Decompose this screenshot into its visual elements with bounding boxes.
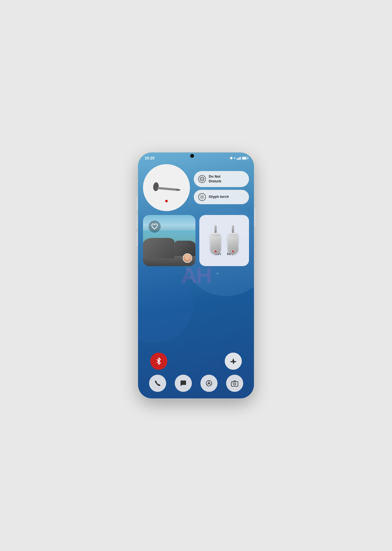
svg-point-20 (234, 383, 236, 385)
bluetooth-status-icon: ✱ (230, 156, 233, 160)
phone-app-button[interactable] (149, 375, 166, 392)
minus-circle-icon (200, 177, 204, 181)
widget-row-top: Do Not Disturb (143, 164, 249, 211)
status-bar: 10:20 ✱ ▾ (138, 153, 254, 161)
quick-toggles-row (145, 353, 247, 370)
bluetooth-icon (155, 357, 163, 365)
svg-line-12 (203, 195, 204, 196)
messages-app-button[interactable] (175, 375, 192, 392)
bg-decoration-2 (138, 266, 193, 343)
bluetooth-toggle-button[interactable] (150, 353, 167, 370)
plus-decoration: + (216, 271, 219, 277)
signal-icon (237, 156, 241, 160)
status-icons: ✱ ▾ (230, 156, 247, 160)
bottom-area (138, 353, 254, 398)
power-button[interactable] (254, 208, 256, 227)
sun-icon (200, 195, 205, 200)
dnd-label-line1: Do Not (209, 174, 221, 179)
screwdriver-icon (145, 166, 188, 209)
left-earbud-stem (214, 225, 217, 233)
wifi-icon: ▾ (234, 156, 235, 160)
messages-icon (179, 379, 187, 387)
svg-line-11 (203, 198, 204, 199)
chrome-app-button[interactable] (200, 375, 218, 392)
svg-point-5 (201, 196, 203, 198)
avatar-face (183, 254, 192, 262)
right-earbud-stem (232, 225, 234, 233)
svg-line-17 (206, 384, 208, 385)
red-indicator-dot (165, 200, 168, 202)
phone-screen: 10:20 ✱ ▾ (138, 153, 254, 398)
left-earbud-body (210, 233, 221, 254)
app-dock (145, 375, 247, 392)
widgets-area: Do Not Disturb (138, 161, 254, 269)
svg-rect-21 (232, 382, 233, 383)
left-earbud (208, 225, 223, 250)
svg-line-1 (158, 179, 178, 199)
rock-left (143, 238, 174, 258)
contact-avatar (183, 253, 192, 263)
glyph-torch-label: Glyph torch (209, 195, 229, 199)
airplane-mode-button[interactable] (225, 353, 242, 370)
dnd-label: Do Not Disturb (209, 174, 221, 184)
camera-icon (231, 379, 239, 387)
phone-icon (154, 379, 161, 387)
svg-line-13 (201, 198, 201, 199)
status-time: 10:20 (145, 156, 155, 160)
earbuds-widget[interactable]: 90% 90% (199, 215, 249, 266)
screwdriver-widget[interactable] (143, 164, 190, 211)
camera-app-button[interactable] (226, 375, 243, 392)
battery-icon (242, 157, 247, 160)
photo-widget[interactable] (143, 215, 195, 266)
glyph-torch-widget[interactable]: Glyph torch (194, 190, 249, 204)
heart-icon (151, 224, 158, 230)
right-earbud-body (228, 233, 238, 254)
rock-right (174, 241, 195, 256)
svg-point-0 (153, 182, 159, 191)
dnd-icon (198, 175, 206, 183)
widget-row-bottom: 90% 90% (143, 215, 249, 266)
right-earbud (225, 225, 240, 250)
glyph-torch-icon (198, 193, 206, 201)
chrome-icon (205, 379, 213, 387)
phone-frame: 10:20 ✱ ▾ (138, 153, 254, 398)
dnd-label-line2: Disturb (209, 179, 221, 184)
do-not-disturb-widget[interactable]: Do Not Disturb (194, 171, 249, 187)
right-widgets: Do Not Disturb (194, 164, 249, 211)
earbuds-image-row (208, 225, 240, 250)
svg-point-15 (208, 382, 210, 384)
svg-rect-19 (231, 382, 238, 386)
svg-line-10 (201, 195, 201, 196)
svg-line-18 (210, 384, 211, 385)
camera-notch (190, 154, 194, 158)
heart-icon-container (149, 221, 161, 233)
airplane-icon (229, 357, 237, 365)
